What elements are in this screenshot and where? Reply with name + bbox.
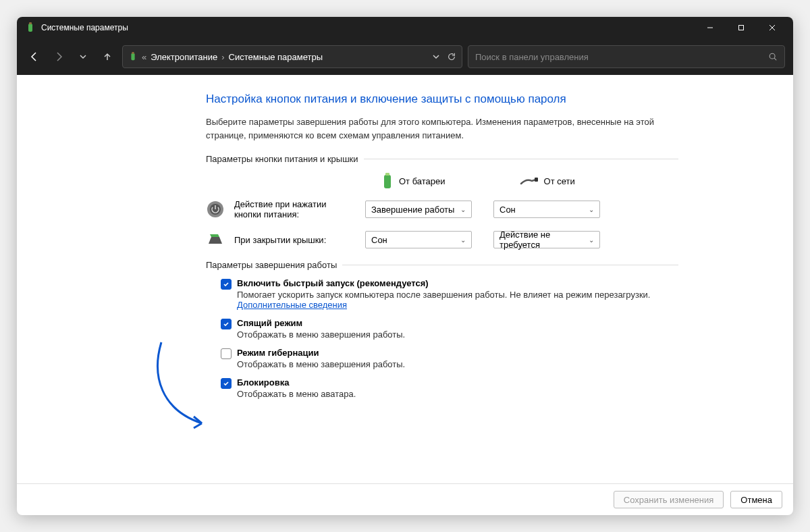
- option-desc: Отображать в меню завершения работы.: [237, 359, 405, 369]
- section-header: Параметры кнопки питания и крышки: [206, 154, 678, 164]
- sleep-checkbox[interactable]: [221, 319, 232, 329]
- lid-close-row: При закрытии крышки: Сон ⌄ Действие не т…: [206, 230, 678, 249]
- hibernate-option: Режим гибернации Отображать в меню завер…: [221, 348, 678, 369]
- address-bar[interactable]: « Электропитание › Системные параметры: [122, 45, 462, 68]
- sleep-option: Спящий режим Отображать в меню завершени…: [221, 318, 678, 340]
- power-button-label: Действие при нажатии кнопки питания:: [234, 199, 356, 219]
- search-icon: [768, 52, 778, 61]
- svg-rect-6: [131, 53, 134, 61]
- lid-ac-select[interactable]: Действие не требуется ⌄: [493, 231, 600, 248]
- option-desc: Помогает ускорить запуск компьютера посл…: [237, 290, 678, 310]
- chevron-down-icon: ⌄: [589, 236, 594, 244]
- svg-point-8: [770, 53, 775, 59]
- svg-line-9: [774, 58, 776, 60]
- svg-rect-12: [535, 178, 538, 182]
- chevron-down-icon: ⌄: [460, 236, 466, 244]
- lock-option: Блокировка Отображать в меню аватара.: [221, 377, 678, 399]
- app-window: Системные параметры: [17, 17, 793, 515]
- footer: Сохранить изменения Отмена: [17, 483, 793, 515]
- battery-icon: [128, 52, 138, 61]
- option-desc: Отображать в меню завершения работы.: [237, 329, 405, 340]
- lock-checkbox[interactable]: [221, 378, 232, 389]
- save-button[interactable]: Сохранить изменения: [614, 491, 724, 508]
- option-label: Спящий режим: [237, 318, 405, 328]
- refresh-icon[interactable]: [447, 52, 456, 61]
- option-label: Блокировка: [237, 377, 356, 388]
- search-bar[interactable]: [468, 45, 785, 68]
- breadcrumb-prefix-icon: «: [142, 52, 146, 62]
- option-desc: Отображать в меню аватара.: [237, 389, 356, 399]
- nav-bar: « Электропитание › Системные параметры: [17, 38, 793, 75]
- option-label: Режим гибернации: [237, 348, 405, 358]
- up-button[interactable]: [98, 47, 117, 66]
- page-subtext: Выберите параметры завершения работы для…: [206, 115, 678, 142]
- lid-close-label: При закрытии крышки:: [234, 235, 356, 245]
- chevron-right-icon: ›: [221, 52, 224, 62]
- fast-startup-checkbox[interactable]: [221, 279, 232, 290]
- svg-rect-1: [29, 22, 32, 24]
- svg-rect-7: [132, 52, 134, 54]
- divider: [364, 159, 678, 159]
- recent-locations-button[interactable]: [74, 47, 92, 66]
- fast-startup-option: Включить быстрый запуск (рекомендуется) …: [221, 278, 678, 310]
- chevron-down-icon[interactable]: [432, 53, 440, 61]
- plug-icon: [520, 176, 539, 186]
- forward-button[interactable]: [49, 47, 68, 66]
- power-button-row: Действие при нажатии кнопки питания: Зав…: [206, 199, 678, 219]
- annotation-arrow: [148, 336, 215, 437]
- power-icon: [206, 200, 225, 219]
- chevron-down-icon: ⌄: [589, 206, 594, 213]
- page-heading: Настройка кнопок питания и включение защ…: [206, 92, 678, 106]
- window-title: Системные параметры: [41, 23, 695, 32]
- maximize-button[interactable]: [726, 17, 757, 38]
- svg-rect-3: [739, 26, 744, 30]
- section-title: Параметры завершения работы: [206, 260, 337, 270]
- app-icon: [25, 22, 36, 33]
- power-battery-select[interactable]: Завершение работы ⌄: [365, 201, 472, 218]
- chevron-down-icon: ⌄: [460, 206, 466, 213]
- content-area: Настройка кнопок питания и включение защ…: [17, 75, 793, 483]
- ac-column-header: От сети: [520, 176, 575, 186]
- breadcrumb-item[interactable]: Системные параметры: [229, 52, 323, 62]
- laptop-icon: [206, 230, 225, 249]
- section-header: Параметры завершения работы: [206, 260, 678, 270]
- svg-rect-10: [384, 175, 391, 188]
- section-title: Параметры кнопки питания и крышки: [206, 154, 358, 164]
- power-ac-select[interactable]: Сон ⌄: [493, 201, 600, 218]
- lid-battery-select[interactable]: Сон ⌄: [365, 231, 472, 248]
- battery-icon: [381, 172, 394, 190]
- breadcrumb-item[interactable]: Электропитание: [151, 52, 217, 62]
- close-button[interactable]: [757, 17, 788, 38]
- battery-column-header: От батареи: [381, 172, 446, 190]
- title-bar: Системные параметры: [17, 17, 793, 38]
- svg-rect-11: [385, 173, 389, 176]
- search-input[interactable]: [475, 52, 768, 62]
- svg-rect-0: [28, 24, 32, 32]
- divider: [342, 265, 678, 265]
- hibernate-checkbox[interactable]: [221, 348, 232, 359]
- back-button[interactable]: [25, 47, 44, 66]
- window-controls: [695, 17, 788, 38]
- column-headers: От батареи От сети: [381, 172, 678, 190]
- option-label: Включить быстрый запуск (рекомендуется): [237, 278, 678, 288]
- cancel-button[interactable]: Отмена: [730, 491, 782, 508]
- more-info-link[interactable]: Дополнительные сведения: [237, 300, 347, 310]
- minimize-button[interactable]: [695, 17, 726, 38]
